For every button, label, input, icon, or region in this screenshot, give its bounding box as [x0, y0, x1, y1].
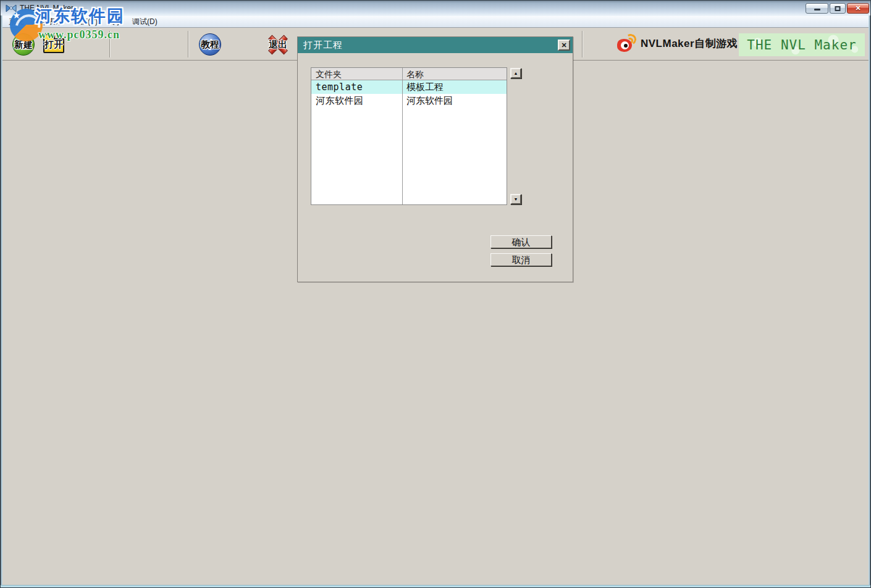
scroll-down-button[interactable]: ▼ [510, 194, 521, 204]
project-table: 文件夹 名称 template 模板工程 河东软件园 河东软件园 [311, 67, 507, 205]
column-header-name: 名称 [402, 68, 507, 80]
dialog-close-icon: ✕ [561, 41, 566, 49]
new-project-label: 新建 [14, 39, 33, 51]
exit-button[interactable]: 退出 [266, 33, 290, 56]
banner-text: THE NVL Maker [747, 38, 856, 52]
cell-folder: template [311, 80, 402, 94]
menu-item-system[interactable]: 系统 [4, 16, 28, 27]
dialog-title: 打开工程 [303, 40, 343, 51]
open-project-dialog: 打开工程 ✕ 文件夹 名称 template 模板工程 河东软件园 河东软件园 … [297, 36, 573, 282]
toolbar-separator [582, 31, 583, 57]
column-divider [402, 68, 403, 204]
scroll-up-button[interactable]: ▲ [510, 68, 521, 78]
nvl-maker-banner: THE NVL Maker [739, 33, 865, 56]
app-icon [6, 4, 17, 13]
toolbar-separator [188, 31, 188, 57]
menu-item-about[interactable]: 关于 [103, 16, 127, 27]
cancel-button[interactable]: 取消 [490, 253, 552, 266]
weibo-label: NVLMaker自制游戏 [641, 36, 738, 51]
menu-item-view[interactable]: 画面(V) [68, 16, 103, 27]
confirm-button[interactable]: 确认 [490, 235, 552, 248]
close-button[interactable]: ✕ [847, 3, 869, 14]
tutorial-button[interactable]: i 教程 [198, 33, 222, 56]
menu-item-debug[interactable]: 调试(D) [127, 16, 162, 27]
cell-folder: 河东软件园 [311, 94, 402, 107]
table-header-row: 文件夹 名称 [311, 68, 507, 80]
close-icon: ✕ [848, 4, 869, 12]
app-window: THE NVL Maker ✕ 系统 文字表示 画面(V) 关于 调试(D) 新… [0, 0, 871, 588]
open-project-label: 打开 [44, 39, 63, 51]
scroll-up-icon: ▲ [514, 71, 518, 75]
window-title: THE NVL Maker [20, 4, 74, 12]
exit-label: 退出 [269, 39, 287, 51]
maximize-button[interactable] [830, 3, 846, 14]
cell-name: 河东软件园 [402, 94, 507, 107]
dialog-close-button[interactable]: ✕ [558, 40, 570, 51]
maximize-icon [835, 6, 841, 11]
window-border [1, 15, 2, 587]
window-titlebar[interactable]: THE NVL Maker ✕ [1, 1, 870, 16]
toolbar-separator [109, 31, 110, 57]
table-row[interactable]: 河东软件园 河东软件园 [311, 94, 507, 107]
dialog-titlebar[interactable]: 打开工程 [298, 37, 573, 53]
minimize-button[interactable] [806, 3, 828, 14]
window-border [1, 585, 870, 587]
cell-name: 模板工程 [402, 80, 507, 94]
open-project-button[interactable]: 打开 [42, 33, 65, 56]
tutorial-label: 教程 [201, 39, 219, 51]
new-project-button[interactable]: 新建 [12, 33, 35, 56]
scroll-down-icon: ▼ [514, 197, 518, 201]
column-header-folder: 文件夹 [311, 68, 402, 80]
window-border [869, 15, 870, 587]
minimize-icon [814, 9, 820, 10]
weibo-link[interactable]: NVLMaker自制游戏 [617, 34, 738, 52]
menu-item-text-display[interactable]: 文字表示 [28, 16, 68, 27]
weibo-icon [617, 34, 637, 52]
menu-bar: 系统 文字表示 画面(V) 关于 调试(D) [2, 16, 869, 28]
table-row[interactable]: template 模板工程 [311, 80, 507, 94]
